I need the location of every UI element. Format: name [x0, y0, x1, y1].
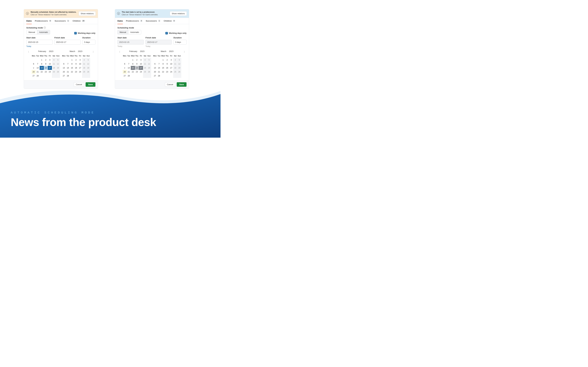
calendar-day[interactable] [70, 74, 74, 78]
calendar-day[interactable]: 17 [48, 66, 52, 70]
calendar-day[interactable]: 2 [165, 58, 169, 62]
calendar-day[interactable]: 17 [78, 66, 82, 70]
mode-manual-button[interactable]: Manual [118, 30, 128, 34]
calendar-day[interactable]: 17 [169, 66, 173, 70]
save-button[interactable]: Save [177, 82, 187, 87]
calendar-day[interactable] [153, 58, 157, 62]
calendar-day[interactable] [139, 74, 143, 78]
calendar-day[interactable]: v [123, 66, 127, 70]
calendar-day[interactable]: 20 [123, 70, 127, 74]
calendar-day[interactable]: 26 [86, 70, 90, 74]
calendar-day[interactable]: 27 [123, 74, 127, 78]
calendar-day[interactable]: 21 [157, 70, 161, 74]
calendar-day[interactable] [177, 74, 182, 78]
calendar-day[interactable]: 17 [139, 66, 143, 70]
help-icon[interactable]: ? [44, 27, 46, 29]
calendar-day[interactable]: 25 [82, 70, 86, 74]
next-month-button[interactable]: 〉 [92, 50, 95, 54]
calendar-day[interactable] [74, 74, 78, 78]
calendar-day[interactable] [123, 58, 127, 62]
calendar-day[interactable]: 26 [147, 70, 151, 74]
show-relations-button[interactable]: Show relations [79, 11, 96, 16]
calendar-day[interactable]: 4 [173, 58, 177, 62]
calendar-day[interactable]: 23 [74, 70, 78, 74]
calendar-day[interactable]: 3 [139, 58, 143, 62]
calendar-day[interactable]: 2 [44, 58, 48, 62]
calendar-day[interactable] [173, 74, 177, 78]
calendar-day[interactable] [127, 58, 131, 62]
cancel-button[interactable]: Cancel [74, 82, 84, 87]
calendar-day[interactable]: 18 [82, 66, 86, 70]
tab-successors[interactable]: Successors 1 [146, 18, 161, 24]
calendar-day[interactable]: 23 [135, 70, 139, 74]
calendar-day[interactable] [86, 74, 90, 78]
calendar-day[interactable]: 5 [147, 58, 151, 62]
mode-automatic-button[interactable]: Automatic [128, 30, 141, 34]
calendar-day[interactable]: 11 [52, 62, 56, 66]
calendar-day[interactable]: 8 [70, 62, 74, 66]
calendar-day[interactable]: 1 [70, 58, 74, 62]
calendar-day[interactable]: 28 [66, 74, 70, 78]
calendar-day[interactable]: 18 [52, 66, 56, 70]
calendar-day[interactable] [147, 74, 151, 78]
calendar-day[interactable] [165, 74, 169, 78]
calendar-day[interactable]: 15 [70, 66, 74, 70]
prev-month-button[interactable]: 〈 [26, 50, 30, 54]
calendar-day[interactable]: 13 [153, 66, 157, 70]
calendar-day[interactable]: 5 [86, 58, 90, 62]
calendar-day[interactable]: 27 [153, 74, 157, 78]
calendar-day[interactable]: 14 [157, 66, 161, 70]
calendar-day[interactable]: 18 [173, 66, 177, 70]
calendar-day[interactable]: 4 [52, 58, 56, 62]
calendar-day[interactable]: 14 [66, 66, 70, 70]
mode-manual-button[interactable]: Manual [26, 30, 37, 34]
calendar-day[interactable]: 15 [161, 66, 165, 70]
today-link[interactable]: Today [26, 45, 52, 47]
calendar-day[interactable]: 1 [40, 58, 44, 62]
calendar-day[interactable]: v [32, 66, 36, 70]
calendar-day[interactable]: 22 [161, 70, 165, 74]
calendar-day[interactable]: 9 [135, 62, 139, 66]
calendar-day[interactable]: 6 [62, 62, 66, 66]
calendar-day[interactable] [36, 58, 40, 62]
calendar-day[interactable] [62, 58, 66, 62]
tab-dates[interactable]: Dates [26, 18, 32, 24]
start-date-input[interactable] [26, 40, 52, 44]
show-relations-button[interactable]: Show relations [170, 11, 187, 16]
calendar-day[interactable]: 26 [177, 70, 182, 74]
duration-input[interactable] [82, 40, 95, 44]
calendar-day[interactable] [157, 58, 161, 62]
calendar-day[interactable]: 3 [169, 58, 173, 62]
calendar-day[interactable]: 11 [143, 62, 147, 66]
calendar-day[interactable] [135, 74, 139, 78]
calendar-day[interactable]: 12 [86, 62, 90, 66]
calendar-day[interactable] [82, 74, 86, 78]
calendar-day[interactable]: 6 [153, 62, 157, 66]
calendar-day[interactable] [66, 58, 70, 62]
calendar-day[interactable]: 9 [44, 62, 48, 66]
calendar-day[interactable]: 23 [165, 70, 169, 74]
calendar-day[interactable]: 5 [56, 58, 60, 62]
calendar-day[interactable]: 22 [131, 70, 135, 74]
calendar-day[interactable]: 11 [173, 62, 177, 66]
calendar-day[interactable]: 2 [74, 58, 78, 62]
calendar-day[interactable]: 16 [74, 66, 78, 70]
calendar-day[interactable]: 3 [48, 58, 52, 62]
calendar-day[interactable]: 25 [52, 70, 56, 74]
calendar-day[interactable] [143, 74, 147, 78]
calendar-day[interactable]: 22 [40, 70, 44, 74]
calendar-day[interactable]: 20 [32, 70, 36, 74]
calendar-day[interactable]: 21 [127, 70, 131, 74]
calendar-day[interactable]: 20 [62, 70, 66, 74]
calendar-day[interactable]: 27 [62, 74, 66, 78]
calendar-day[interactable]: 8 [131, 62, 135, 66]
calendar-day[interactable]: 4 [143, 58, 147, 62]
calendar-day[interactable]: 10 [78, 62, 82, 66]
calendar-day[interactable]: 1 [131, 58, 135, 62]
calendar-day[interactable]: 26 [56, 70, 60, 74]
calendar-day[interactable]: 28 [127, 74, 131, 78]
calendar-day[interactable] [40, 74, 44, 78]
calendar-day[interactable] [32, 58, 36, 62]
calendar-day[interactable] [169, 74, 173, 78]
calendar-day[interactable]: 19 [147, 66, 151, 70]
